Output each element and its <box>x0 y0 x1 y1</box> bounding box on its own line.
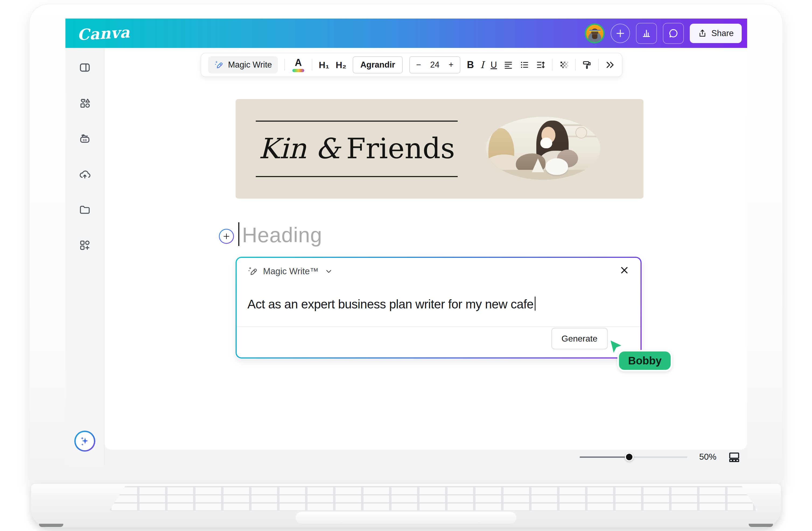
pages-view-icon[interactable] <box>728 451 740 463</box>
text-cursor <box>238 222 240 246</box>
zoom-slider-thumb[interactable] <box>625 453 634 461</box>
divider <box>284 59 285 71</box>
magic-write-panel: Magic Write™ Act as an expert business p… <box>235 257 641 358</box>
avatar[interactable] <box>585 24 605 43</box>
magic-write-panel-header[interactable]: Magic Write™ <box>247 266 332 277</box>
zoom-slider-fill <box>580 456 629 458</box>
magic-write-icon <box>214 60 224 70</box>
banner-rule-bottom <box>256 176 458 177</box>
prompt-input[interactable]: Act as an expert business plan writer fo… <box>247 297 608 311</box>
magic-write-icon <box>247 266 258 277</box>
collaborator-name-badge: Bobby <box>617 350 672 371</box>
share-button[interactable]: Share <box>690 24 742 43</box>
prompt-caret <box>535 297 536 311</box>
sidebar: co <box>66 48 104 466</box>
insights-button[interactable] <box>636 23 657 44</box>
rainbow-underline <box>292 69 304 72</box>
transparency-icon[interactable] <box>559 60 569 70</box>
chevron-down-icon[interactable] <box>325 268 332 275</box>
divider <box>552 59 552 71</box>
divider <box>575 59 576 71</box>
laptop-foot <box>749 524 773 527</box>
insights-icon <box>641 28 652 39</box>
text-color-button[interactable]: A <box>291 58 305 72</box>
italic-button[interactable]: I <box>480 59 484 70</box>
app-header: Canva Share <box>66 18 747 48</box>
add-block-button[interactable] <box>219 229 234 244</box>
comment-icon <box>668 28 679 39</box>
svg-text:co: co <box>83 138 87 142</box>
assistant-sparkle-icon <box>78 435 91 447</box>
divider <box>312 59 312 71</box>
magic-write-label: Magic Write <box>228 60 272 70</box>
font-size-decrease[interactable]: − <box>416 60 421 70</box>
line-spacing-icon[interactable] <box>536 60 546 70</box>
divider <box>237 326 640 327</box>
more-options-icon[interactable] <box>605 60 615 70</box>
comments-button[interactable] <box>663 23 684 44</box>
apps-icon[interactable] <box>78 239 91 251</box>
laptop-keyboard-deck <box>31 484 781 528</box>
banner-photo <box>486 117 600 180</box>
prompt-text: Act as an expert business plan writer fo… <box>247 297 534 311</box>
magic-write-panel-title: Magic Write™ <box>263 266 319 276</box>
align-icon[interactable] <box>504 60 513 70</box>
share-label: Share <box>711 29 734 38</box>
heading2-button[interactable]: H₂ <box>336 60 347 70</box>
font-family-select[interactable]: Agrandir <box>353 56 403 73</box>
canva-app-window: Canva Share <box>66 18 747 466</box>
banner-title-italic: Kin & <box>259 132 340 165</box>
plus-icon <box>222 232 230 240</box>
uploads-icon[interactable] <box>78 168 91 180</box>
text-color-icon: A <box>295 58 302 68</box>
stage: Canva Share <box>0 0 812 531</box>
add-icon <box>615 28 625 39</box>
laptop-foot <box>39 524 63 527</box>
text-toolbar: Magic Write A H₁ H₂ Agrandir − <box>201 53 622 77</box>
divider <box>598 59 599 71</box>
add-member-button[interactable] <box>611 24 630 43</box>
underline-button[interactable]: U <box>491 60 497 70</box>
elements-icon[interactable] <box>78 97 91 109</box>
photo-teapot <box>546 158 568 175</box>
laptop-trackpad-lip <box>295 512 517 524</box>
banner-element[interactable]: Kin & Friends <box>235 99 643 198</box>
bold-button[interactable]: B <box>467 59 474 71</box>
zoom-slider[interactable] <box>580 453 687 461</box>
canva-assistant-button[interactable] <box>74 431 95 452</box>
photo-clock <box>575 127 587 138</box>
share-icon <box>698 29 707 38</box>
banner-title: Kin & Friends <box>256 122 458 175</box>
generate-button[interactable]: Generate <box>551 328 608 349</box>
brand-icon[interactable]: co <box>78 132 91 145</box>
document-canvas[interactable]: Magic Write A H₁ H₂ Agrandir − <box>104 48 747 450</box>
close-icon[interactable] <box>619 265 630 276</box>
font-size-value[interactable]: 24 <box>430 60 439 70</box>
zoom-level: 50% <box>699 452 716 462</box>
heading1-button[interactable]: H₁ <box>319 60 329 70</box>
format-paint-icon[interactable] <box>582 60 592 70</box>
editor-main: Magic Write A H₁ H₂ Agrandir − <box>104 48 747 466</box>
design-icon[interactable] <box>78 61 91 74</box>
laptop-keyboard <box>109 486 758 511</box>
font-size-increase[interactable]: + <box>449 60 453 70</box>
projects-icon[interactable] <box>78 204 91 216</box>
heading-placeholder[interactable]: Heading <box>242 223 322 247</box>
banner-title-regular: Friends <box>346 132 455 165</box>
bullet-list-icon[interactable] <box>520 60 529 70</box>
canva-logo[interactable]: Canva <box>77 23 130 43</box>
font-size-stepper: − 24 + <box>409 56 461 73</box>
status-bar: 50% <box>104 450 747 466</box>
magic-write-button[interactable]: Magic Write <box>208 56 278 73</box>
photo-teacup <box>540 137 552 148</box>
